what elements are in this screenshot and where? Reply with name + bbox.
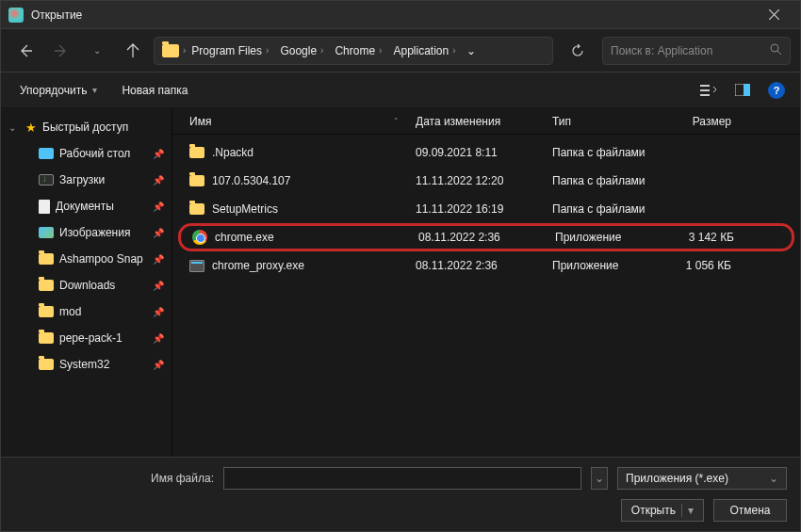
svg-rect-5 [744,84,750,96]
navbar: ⌄ › Program Files›Google›Chrome›Applicat… [1,29,800,73]
breadcrumb[interactable]: Chrome› [329,38,387,64]
file-row[interactable]: 107.0.5304.10711.11.2022 12:20Папка с фа… [172,167,800,195]
file-name: .Npackd [212,146,253,159]
svg-rect-3 [700,94,710,96]
up-button[interactable] [118,36,148,66]
col-date[interactable]: Дата изменения [408,108,545,134]
svg-rect-1 [700,85,710,87]
filter-label: Приложения (*.exe) [626,472,728,485]
breadcrumb[interactable]: Program Files› [186,38,274,64]
sidebar-item[interactable]: System32📌 [1,351,172,378]
arrow-up-icon [125,43,140,58]
cancel-label: Отмена [729,504,770,517]
app-icon [8,8,24,23]
file-list: Имя˄ Дата изменения Тип Размер .Npackd09… [172,108,800,457]
svg-point-0 [771,44,778,52]
star-icon: ★ [25,121,37,135]
sidebar-item[interactable]: pepe-pack-1📌 [1,325,172,351]
file-name: SetupMetrics [212,202,278,216]
folder-icon [39,253,54,265]
file-type: Папка с файлами [552,174,646,187]
sidebar-item[interactable]: Документы📌 [1,193,172,219]
preview-icon [735,84,750,96]
folder-icon [39,280,54,291]
file-type: Приложение [555,231,621,244]
recent-dropdown[interactable]: ⌄ [82,36,112,66]
file-type: Папка с файлами [552,146,646,159]
chevron-right-icon: › [379,45,382,56]
sidebar-item[interactable]: mod📌 [1,298,172,325]
new-folder-label: Новая папка [122,84,188,97]
pin-icon: 📌 [153,175,164,185]
file-type: Папка с файлами [552,202,646,216]
arrow-left-icon [18,43,33,58]
body: ⌄ ★ Быстрый доступ Рабочий стол📌Загрузки… [1,108,800,457]
new-folder-button[interactable]: Новая папка [114,80,195,101]
sidebar-item[interactable]: Ashampoo Snap📌 [1,246,172,272]
address-bar[interactable]: › Program Files›Google›Chrome›Applicatio… [154,37,553,65]
pin-icon: 📌 [153,307,164,317]
folder-icon [39,332,54,344]
exe-icon [189,260,204,272]
col-size[interactable]: Размер [658,108,743,134]
breadcrumb[interactable]: Application› [387,38,461,64]
chevron-down-icon: ⌄ [8,122,20,133]
file-name: chrome.exe [215,231,274,244]
file-size: 1 056 КБ [686,259,731,272]
quick-access[interactable]: ⌄ ★ Быстрый доступ [1,114,172,140]
back-button[interactable] [10,36,41,66]
file-dialog: Открытие ⌄ › Program Files›Google›Chrome… [0,0,801,532]
breadcrumb[interactable]: Google› [274,38,329,64]
file-date: 09.09.2021 8:11 [416,146,498,159]
preview-button[interactable] [730,78,755,103]
forward-button[interactable] [46,36,76,66]
toolbar: Упорядочить ▾ Новая папка ? [1,73,800,108]
arrow-right-icon [54,43,69,58]
file-size: 3 142 КБ [689,231,734,244]
quick-access-label: Быстрый доступ [42,121,128,134]
file-row[interactable]: chrome.exe08.11.2022 2:36Приложение3 142… [178,223,794,251]
chevron-right-icon: › [452,45,455,56]
open-button[interactable]: Открыть ▾ [621,499,704,522]
folder-icon [162,44,179,57]
organize-button[interactable]: Упорядочить ▾ [12,80,105,101]
filter-dropdown[interactable]: Приложения (*.exe) ⌄ [617,467,787,490]
address-dropdown[interactable]: ⌄ [462,44,481,57]
file-row[interactable]: SetupMetrics11.11.2022 16:19Папка с файл… [172,195,800,223]
chevron-right-icon: › [266,45,269,56]
sidebar-item[interactable]: Downloads📌 [1,272,172,298]
close-icon [769,9,779,20]
refresh-button[interactable] [563,36,593,66]
pin-icon: 📌 [153,202,164,212]
file-name: chrome_proxy.exe [212,259,304,272]
sidebar-item[interactable]: Рабочий стол📌 [1,140,172,167]
file-date: 08.11.2022 2:36 [418,231,500,244]
filename-history-dropdown[interactable]: ⌄ [591,467,608,490]
chevron-right-icon: › [320,45,323,56]
col-type[interactable]: Тип [545,108,658,134]
footer: Имя файла: ⌄ Приложения (*.exe) ⌄ Открыт… [1,457,800,531]
file-date: 08.11.2022 2:36 [416,259,498,272]
organize-label: Упорядочить [20,84,87,97]
sidebar-item[interactable]: Загрузки📌 [1,167,172,193]
search-input[interactable]: Поиск в: Application [602,37,791,65]
col-name[interactable]: Имя˄ [182,108,408,134]
view-button[interactable] [696,78,721,103]
file-row[interactable]: chrome_proxy.exe08.11.2022 2:36Приложени… [172,251,800,280]
sidebar: ⌄ ★ Быстрый доступ Рабочий стол📌Загрузки… [1,108,172,457]
file-name: 107.0.5304.107 [212,174,290,187]
folder-icon [189,175,204,186]
titlebar: Открытие [1,1,800,29]
sidebar-item[interactable]: Изображения📌 [1,219,172,246]
help-button[interactable]: ? [764,78,789,103]
help-icon: ? [768,82,785,99]
chevron-down-icon: ⌄ [466,44,476,57]
file-date: 11.11.2022 12:20 [416,174,503,187]
close-button[interactable] [755,1,793,29]
file-type: Приложение [552,259,618,272]
filename-input[interactable] [223,467,581,490]
file-row[interactable]: .Npackd09.09.2021 8:11Папка с файлами [172,138,800,167]
cancel-button[interactable]: Отмена [713,499,787,522]
pin-icon: 📌 [153,281,164,291]
chevron-down-icon: ▾ [681,504,694,517]
